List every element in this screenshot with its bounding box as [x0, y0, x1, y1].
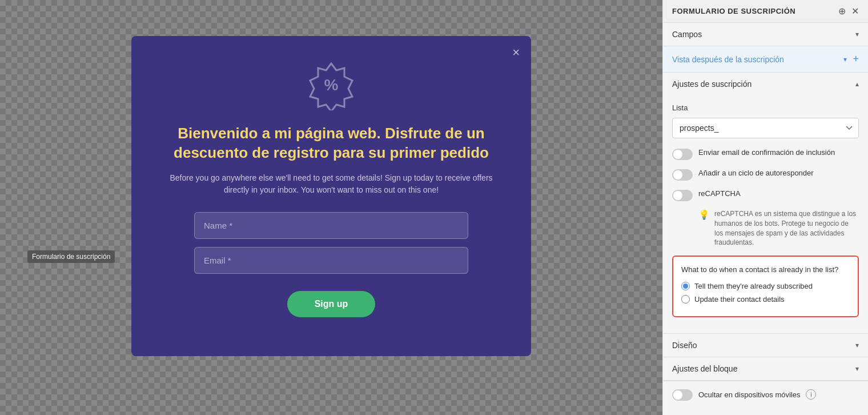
panel-header: FORMULARIO DE SUSCRIPCIÓN ⊕ ✕ [663, 0, 868, 23]
toggle-recaptcha[interactable] [672, 190, 693, 201]
form-tooltip: Formulario de suscripción [27, 250, 115, 263]
ajustes-header[interactable]: Ajustes de suscripción ▴ [663, 73, 868, 95]
bloque-header[interactable]: Ajustes del bloque ▾ [663, 357, 868, 380]
toggle-mobile[interactable] [672, 389, 693, 401]
subscription-modal: × % Bienvenido a mi página web. Disfrute… [131, 36, 531, 356]
email-field-container [194, 247, 468, 274]
svg-text:%: % [324, 76, 339, 94]
diseno-label: Diseño [672, 341, 697, 350]
radio-already-subscribed-row: Tell them they're already subscribed [681, 282, 850, 290]
radio-update-contact-row: Update their contact details [681, 295, 850, 304]
subscription-settings-content: Lista prospects_ Enviar email de confirm… [663, 95, 868, 333]
contact-already-box: What to do when a contact is already in … [672, 256, 859, 317]
vista-plus-icon[interactable]: + [853, 53, 859, 65]
name-field-container [194, 212, 468, 239]
toggle-autoresponder-label: Añadir a un ciclo de autoresponder [698, 168, 814, 178]
modal-title: Bienvenido a mi página web. Disfrute de … [160, 124, 503, 163]
bloque-chevron: ▾ [855, 365, 859, 373]
bloque-label: Ajustes del bloque [672, 364, 737, 373]
discount-badge-icon: % [306, 59, 357, 110]
signup-button[interactable]: Sign up [287, 291, 376, 317]
recaptcha-info-text: reCAPTCHA es un sistema que distingue a … [714, 209, 859, 248]
close-panel-icon[interactable]: ✕ [851, 6, 859, 17]
mobile-section: Ocultar en dispositivos móviles i [663, 381, 868, 408]
ajustes-section: Ajustes de suscripción ▴ Lista prospects… [663, 73, 868, 334]
email-input[interactable] [194, 247, 468, 274]
toggle-autoresponder-row: Añadir a un ciclo de autoresponder [672, 168, 859, 181]
campos-label: Campos [672, 30, 702, 39]
right-panel: FORMULARIO DE SUSCRIPCIÓN ⊕ ✕ Campos ▾ V… [662, 0, 868, 415]
campos-section: Campos ▾ [663, 23, 868, 46]
canvas-area: Formulario de suscripción × % Bienvenido… [0, 0, 662, 415]
mobile-info-icon[interactable]: i [806, 389, 816, 400]
lightbulb-icon: 💡 [698, 209, 710, 220]
toggle-autoresponder[interactable] [672, 169, 693, 181]
diseno-header[interactable]: Diseño ▾ [663, 334, 868, 357]
toggle-confirmation-label: Enviar email de confirmación de inclusió… [698, 147, 835, 158]
panel-header-icons: ⊕ ✕ [838, 6, 859, 17]
name-input[interactable] [194, 212, 468, 239]
toggle-recaptcha-row: reCAPTCHA [672, 189, 859, 201]
campos-chevron: ▾ [855, 30, 859, 38]
panel-title: FORMULARIO DE SUSCRIPCIÓN [672, 7, 795, 15]
radio-already-subscribed-label: Tell them they're already subscribed [694, 282, 813, 290]
ajustes-label: Ajustes de suscripción [672, 79, 752, 89]
vista-chevron: ▾ [843, 55, 847, 63]
mobile-toggle-label: Ocultar en dispositivos móviles [698, 390, 800, 399]
diseno-section: Diseño ▾ [663, 334, 868, 357]
pin-icon[interactable]: ⊕ [838, 6, 846, 17]
radio-update-contact-label: Update their contact details [694, 295, 785, 304]
campos-header[interactable]: Campos ▾ [663, 23, 868, 46]
toggle-confirmation[interactable] [672, 149, 693, 160]
list-dropdown[interactable]: prospects_ [672, 118, 859, 138]
vista-label: Vista después de la suscripción [672, 55, 784, 64]
diseno-chevron: ▾ [855, 341, 859, 349]
radio-update-contact[interactable] [681, 295, 690, 304]
contact-box-title: What to do when a contact is already in … [681, 265, 850, 275]
modal-close-button[interactable]: × [512, 45, 520, 60]
modal-subtitle: Before you go anywhere else we'll need t… [160, 172, 503, 196]
vista-header[interactable]: Vista después de la suscripción ▾ + [663, 46, 868, 72]
mobile-toggle-row: Ocultar en dispositivos móviles i [663, 381, 868, 408]
toggle-recaptcha-label: reCAPTCHA [698, 189, 741, 199]
radio-already-subscribed[interactable] [681, 282, 690, 290]
recaptcha-info-row: 💡 reCAPTCHA es un sistema que distingue … [698, 209, 859, 248]
toggle-confirmation-row: Enviar email de confirmación de inclusió… [672, 147, 859, 160]
vista-section: Vista después de la suscripción ▾ + [663, 46, 868, 73]
ajustes-chevron: ▴ [855, 80, 859, 88]
bloque-section: Ajustes del bloque ▾ [663, 357, 868, 381]
list-label: Lista [672, 103, 859, 112]
